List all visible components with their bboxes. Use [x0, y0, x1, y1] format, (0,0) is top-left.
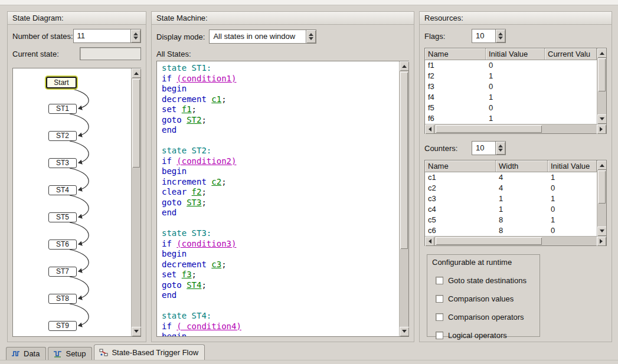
state-node-st2[interactable]: ST2	[48, 131, 77, 141]
scrollbar-track[interactable]	[400, 71, 408, 327]
flags-horizontal-scrollbar[interactable]	[425, 124, 606, 133]
state-machine-title: State Machine:	[152, 12, 414, 25]
code-line	[162, 218, 399, 229]
tab-setup[interactable]: Setup	[48, 347, 92, 360]
scroll-down-button[interactable]	[400, 327, 409, 336]
scrollbar-thumb[interactable]	[436, 237, 542, 245]
table-row[interactable]: f61	[425, 113, 597, 124]
column-header[interactable]: Initial Value	[486, 48, 545, 60]
counters-horizontal-scrollbar[interactable]	[425, 236, 606, 245]
scroll-right-button[interactable]	[597, 237, 606, 246]
state-node-st1[interactable]: ST1	[48, 104, 77, 114]
scroll-down-button[interactable]	[597, 114, 606, 124]
spin-down-icon[interactable]	[498, 149, 503, 154]
counters-spinbox[interactable]: 10	[472, 141, 506, 155]
state-diagram-canvas[interactable]: StartST1ST2ST3ST4ST5ST6ST7ST8ST9	[13, 68, 131, 336]
checkbox-comparison-values[interactable]: Comparison values	[436, 294, 535, 303]
state-node-st3[interactable]: ST3	[48, 158, 77, 168]
scrollbar-track[interactable]	[597, 58, 606, 114]
column-header[interactable]: Name	[425, 48, 486, 60]
scrollbar-thumb[interactable]	[598, 170, 606, 204]
scrollbar-thumb[interactable]	[400, 72, 408, 249]
combo-arrows[interactable]	[306, 30, 316, 43]
table-row[interactable]: c141	[425, 172, 597, 183]
scroll-up-button[interactable]	[597, 48, 606, 58]
scrollbar-track[interactable]	[434, 237, 597, 245]
scroll-left-button[interactable]	[425, 124, 434, 134]
state-node-st9[interactable]: ST9	[48, 321, 77, 331]
table-row[interactable]: f21	[425, 71, 597, 81]
table-row[interactable]: f10	[425, 60, 597, 71]
spinner-arrows[interactable]	[495, 29, 505, 42]
state-node-st7[interactable]: ST7	[48, 267, 77, 277]
column-header[interactable]: Current Valu	[545, 48, 597, 60]
table-row[interactable]: c410	[425, 204, 597, 215]
checkbox-box[interactable]	[436, 332, 443, 339]
scroll-up-button[interactable]	[597, 160, 606, 170]
column-header[interactable]: Name	[425, 160, 496, 172]
combo-up-icon[interactable]	[309, 31, 313, 36]
flags-vertical-scrollbar[interactable]	[597, 48, 606, 124]
display-mode-row: Display mode: All states in one window	[152, 25, 414, 44]
current-state-field[interactable]	[80, 47, 141, 60]
state-machine-code[interactable]: state ST1:if (condition1)begindecrement …	[157, 61, 399, 336]
checkbox-logical-operators[interactable]: Logical operators	[436, 331, 535, 340]
spin-down-icon[interactable]	[133, 37, 138, 42]
column-header[interactable]: Width	[496, 160, 548, 172]
spin-up-icon[interactable]	[133, 30, 138, 35]
checkbox-box[interactable]	[436, 277, 443, 284]
scroll-left-button[interactable]	[425, 237, 434, 246]
down-arrow-icon	[134, 330, 139, 335]
code-vertical-scrollbar[interactable]	[399, 61, 408, 336]
scroll-right-button[interactable]	[597, 124, 606, 134]
combo-down-icon[interactable]	[309, 37, 313, 42]
table-row[interactable]: f41	[425, 92, 597, 103]
number-of-states-spinbox[interactable]: 11	[73, 29, 141, 43]
checkbox-goto-state-destinations[interactable]: Goto state destinations	[436, 276, 535, 285]
table-row[interactable]: c581	[425, 215, 597, 225]
scrollbar-track[interactable]	[434, 124, 597, 133]
state-node-start[interactable]: Start	[46, 77, 77, 88]
table-row[interactable]: c240	[425, 183, 597, 194]
table-row[interactable]: c680	[425, 225, 597, 236]
spin-up-icon[interactable]	[498, 142, 503, 147]
spin-down-icon[interactable]	[498, 37, 503, 42]
code-line: set f3;	[162, 270, 399, 280]
flags-spinbox[interactable]: 10	[472, 29, 506, 43]
spinner-arrows[interactable]	[495, 142, 505, 155]
table-cell: 1	[486, 92, 545, 103]
code-line: begin	[162, 84, 399, 94]
table-row[interactable]: c311	[425, 194, 597, 204]
scrollbar-track[interactable]	[132, 78, 140, 327]
state-machine-panel: State Machine: Display mode: All states …	[151, 11, 414, 342]
scrollbar-thumb[interactable]	[436, 125, 542, 133]
waveform-icon	[11, 350, 20, 358]
checkbox-box[interactable]	[436, 295, 443, 303]
counters-vertical-scrollbar[interactable]	[597, 160, 606, 236]
table-cell: c3	[425, 194, 496, 204]
tab-data[interactable]: Data	[6, 347, 46, 360]
scroll-down-button[interactable]	[597, 227, 606, 236]
spin-up-icon[interactable]	[498, 30, 503, 35]
table-cell: c2	[425, 183, 496, 194]
checkbox-box[interactable]	[436, 313, 443, 321]
left-arrow-icon	[426, 127, 431, 132]
scrollbar-track[interactable]	[597, 170, 606, 227]
scrollbar-thumb[interactable]	[132, 79, 140, 168]
diagram-vertical-scrollbar[interactable]	[131, 68, 140, 336]
table-row[interactable]: f30	[425, 81, 597, 92]
state-node-st5[interactable]: ST5	[48, 212, 77, 222]
state-node-st4[interactable]: ST4	[48, 185, 77, 195]
scrollbar-thumb[interactable]	[598, 58, 606, 91]
column-header[interactable]: Initial Value	[548, 160, 597, 172]
tab-state-based-trigger-flow[interactable]: State-Based Trigger Flow	[94, 345, 205, 360]
checkbox-comparison-operators[interactable]: Comparison operators	[436, 313, 535, 322]
display-mode-combobox[interactable]: All states in one window	[209, 29, 316, 44]
spinner-arrows[interactable]	[130, 29, 140, 42]
state-node-st6[interactable]: ST6	[48, 240, 77, 250]
table-row[interactable]: f50	[425, 103, 597, 113]
state-node-st8[interactable]: ST8	[48, 294, 77, 304]
scroll-up-button[interactable]	[400, 61, 409, 71]
scroll-up-button[interactable]	[132, 68, 141, 78]
scroll-down-button[interactable]	[132, 327, 141, 336]
